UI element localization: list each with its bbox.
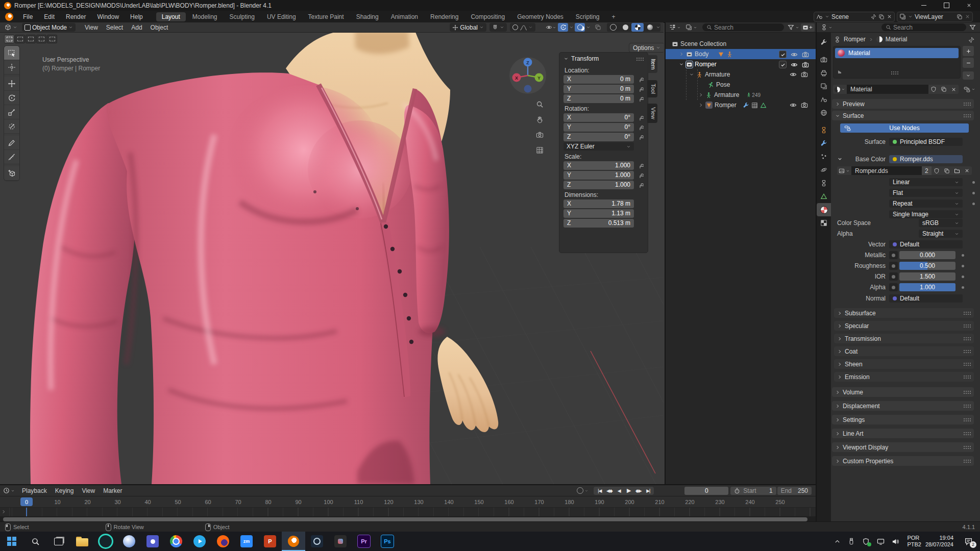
scene-selector[interactable]: Scene xyxy=(814,12,895,22)
workspace-tab[interactable]: Shading xyxy=(351,12,384,21)
new-collection-button[interactable] xyxy=(801,23,815,32)
next-keyframe-button[interactable]: ◆▶ xyxy=(633,487,643,495)
setting-dropdown[interactable]: Linear xyxy=(889,178,963,186)
socket-button[interactable] xyxy=(889,262,898,270)
gizmos-dropdown-icon[interactable] xyxy=(569,25,574,30)
outliner-row-scene-collection[interactable]: Scene Collection xyxy=(672,39,726,49)
browse-material-button[interactable] xyxy=(833,85,847,94)
collapse-icon[interactable] xyxy=(689,72,694,77)
outliner-row-body[interactable]: Body xyxy=(679,49,733,59)
remove-viewlayer-icon[interactable] xyxy=(965,14,970,19)
notification-center-icon[interactable]: 2 xyxy=(964,537,973,546)
number-field[interactable]: X0 m xyxy=(564,75,634,84)
clock[interactable]: 19:0428/07/2024 xyxy=(925,535,953,548)
timeline-menu-item[interactable]: Marker xyxy=(99,487,126,494)
collapsed-subpanel[interactable]: Coat xyxy=(834,346,974,356)
workspace-tab[interactable]: Animation xyxy=(385,12,424,21)
new-material-button[interactable] xyxy=(939,85,949,94)
workspace-tab[interactable]: Sculpting xyxy=(224,12,260,21)
visibility-dropdown[interactable] xyxy=(545,23,557,32)
lock-icon[interactable] xyxy=(638,95,644,102)
slider-field[interactable]: 0.500 xyxy=(899,262,955,270)
breadcrumb-data[interactable]: Material xyxy=(886,36,908,43)
viewport-menu-item[interactable]: View xyxy=(81,24,102,31)
select-set-button[interactable] xyxy=(4,35,14,43)
app-icon-5[interactable] xyxy=(305,532,329,551)
app-icon-1[interactable] xyxy=(94,532,117,551)
viewport-menu-item[interactable]: Add xyxy=(127,24,146,31)
tab-scene[interactable] xyxy=(817,93,831,106)
frame-start-field[interactable]: Start1 xyxy=(730,487,776,495)
mode-dropdown[interactable]: Object Mode xyxy=(22,23,76,32)
collapsed-panel[interactable]: Viewport Display xyxy=(832,442,974,452)
select-intersect-button[interactable] xyxy=(47,35,57,43)
options-button[interactable]: Options xyxy=(629,43,664,53)
tab-modifiers[interactable] xyxy=(817,137,831,150)
auto-keying-toggle[interactable] xyxy=(577,487,589,494)
exclude-checkbox[interactable] xyxy=(779,61,787,68)
hide-eye-icon[interactable] xyxy=(790,102,797,109)
zoom-view-button[interactable] xyxy=(533,98,546,110)
tool-annotate[interactable] xyxy=(4,136,19,150)
setting-dropdown[interactable]: Repeat xyxy=(889,199,963,208)
workspace-tab[interactable]: Modeling xyxy=(187,12,223,21)
hide-eye-icon[interactable] xyxy=(790,71,797,78)
hide-eye-icon[interactable] xyxy=(791,51,798,58)
expand-icon[interactable] xyxy=(679,52,684,57)
outliner-filter-button[interactable] xyxy=(788,24,799,31)
tab-render[interactable] xyxy=(817,53,831,66)
outliner-display-mode[interactable] xyxy=(668,24,682,31)
unlink-scene-icon[interactable] xyxy=(887,14,892,19)
outliner-row-armature-object[interactable]: Armature xyxy=(689,69,730,80)
play-reverse-button[interactable]: ◀ xyxy=(614,487,624,495)
setting-dropdown[interactable]: Single Image xyxy=(889,210,963,218)
surface-value[interactable]: Principled BSDF xyxy=(889,138,963,146)
alpha-mode-dropdown[interactable]: Straight xyxy=(919,230,963,238)
new-scene-icon[interactable] xyxy=(878,14,885,20)
base-color-value[interactable]: Romper.dds xyxy=(889,155,963,163)
app-icon-2[interactable] xyxy=(117,532,141,551)
premiere-icon[interactable]: Pr xyxy=(352,532,376,551)
number-field[interactable]: Y0° xyxy=(564,123,634,132)
photoshop-icon[interactable]: Ps xyxy=(376,532,399,551)
image-fake-user-button[interactable] xyxy=(932,166,942,175)
tray-expand-icon[interactable] xyxy=(834,538,841,545)
number-field[interactable]: Z0.513 m xyxy=(564,219,634,228)
slot-specials-button[interactable] xyxy=(963,71,974,80)
breadcrumb-object[interactable]: Romper xyxy=(844,36,866,43)
sidebar-tab-tool[interactable]: Tool xyxy=(647,80,657,97)
fake-user-button[interactable] xyxy=(928,85,939,94)
xray-toggle[interactable] xyxy=(592,23,604,32)
workspace-tab[interactable]: Rendering xyxy=(425,12,464,21)
lock-icon[interactable] xyxy=(638,162,644,169)
tool-measure[interactable] xyxy=(4,150,19,164)
socket-button[interactable] xyxy=(889,251,898,259)
shading-wireframe-button[interactable] xyxy=(607,23,619,32)
expand-icon[interactable] xyxy=(698,103,703,108)
collapsed-panel[interactable]: Custom Properties xyxy=(832,456,974,466)
material-slot-item[interactable]: Material xyxy=(835,48,959,58)
modifier-wrench-icon[interactable] xyxy=(743,102,749,109)
tab-constraints[interactable] xyxy=(817,177,831,190)
powerpoint-icon[interactable]: P xyxy=(258,532,282,551)
number-field[interactable]: X1.78 m xyxy=(564,199,634,208)
tab-object-data[interactable] xyxy=(817,190,831,203)
outliner-search-input[interactable]: Search xyxy=(702,23,784,31)
viewlayer-selector[interactable]: ViewLayer xyxy=(897,12,973,22)
shading-solid-button[interactable] xyxy=(619,23,631,32)
lock-icon[interactable] xyxy=(638,114,644,121)
use-nodes-button[interactable]: Use Nodes xyxy=(840,123,969,133)
render-camera-icon[interactable] xyxy=(802,61,809,68)
timeline-scrollbar[interactable] xyxy=(3,517,807,521)
browse-image-button[interactable] xyxy=(837,166,851,175)
tab-world[interactable] xyxy=(817,106,831,119)
menu-item[interactable]: Edit xyxy=(38,13,60,20)
camera-view-button[interactable] xyxy=(533,129,546,141)
select-invert-button[interactable] xyxy=(36,35,46,43)
collapsed-subpanel[interactable]: Subsurface xyxy=(834,308,974,318)
sidebar-tab-view[interactable]: View xyxy=(647,104,657,123)
collapse-icon[interactable] xyxy=(679,62,684,67)
outliner-row-armature-data[interactable]: Armature 249 xyxy=(698,90,761,100)
frame-end-field[interactable]: End250 xyxy=(777,487,812,495)
play-button[interactable]: ▶ xyxy=(624,487,633,495)
